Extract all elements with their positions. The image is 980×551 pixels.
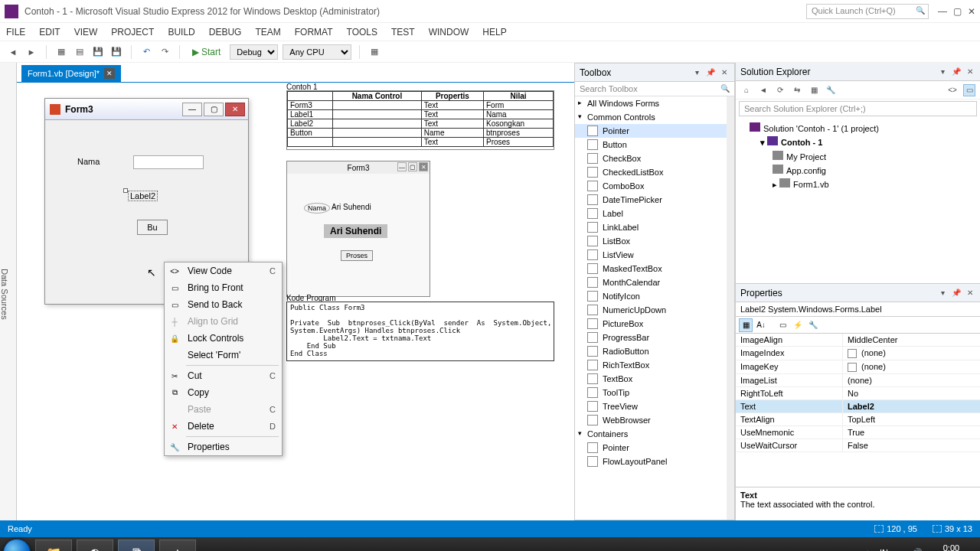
sol-showall-icon[interactable]: ▦: [808, 84, 820, 96]
props-pin-icon[interactable]: 📌: [951, 288, 962, 298]
tray-volume-icon[interactable]: 🔊: [912, 548, 923, 552]
sol-sync-icon[interactable]: ⇆: [791, 84, 803, 96]
toolbox-search-input[interactable]: Search Toolbox: [575, 82, 734, 96]
toolbox-checkbox[interactable]: CheckBox: [575, 152, 734, 165]
start-orb-button[interactable]: [3, 539, 31, 551]
ctx-bring-to-front[interactable]: ▭Bring to Front: [165, 279, 282, 296]
toolbox-close-icon[interactable]: ✕: [719, 67, 730, 78]
menu-team[interactable]: TEAM: [255, 27, 280, 37]
form-maximize-button[interactable]: ▢: [204, 103, 224, 116]
prop-row-imageindex[interactable]: ImageIndex(none): [736, 347, 980, 360]
toolbox-picturebox[interactable]: PictureBox: [575, 317, 734, 331]
maximize-button[interactable]: ▢: [953, 6, 962, 17]
props-dropdown-icon[interactable]: ▾: [937, 288, 948, 298]
toolbox-tooltip[interactable]: ToolTip: [575, 386, 734, 399]
textbox-nama[interactable]: [133, 155, 204, 169]
tray-network-icon[interactable]: ▬: [896, 548, 904, 551]
start-button[interactable]: ▶Start: [188, 47, 225, 57]
prop-row-usemnemonic[interactable]: UseMnemonicTrue: [736, 426, 980, 439]
tray-lang[interactable]: IN: [880, 548, 888, 551]
taskbar-chrome[interactable]: ◐: [77, 540, 113, 551]
selection-handle[interactable]: [123, 188, 128, 193]
proses-button[interactable]: Bu: [137, 220, 168, 235]
taskbar-explorer[interactable]: 📁: [35, 540, 72, 551]
menu-format[interactable]: FORMAT: [295, 27, 333, 37]
toolbox-combobox[interactable]: ComboBox: [575, 179, 734, 193]
menu-help[interactable]: HELP: [482, 27, 506, 37]
solution-tree[interactable]: Solution 'Contoh - 1' (1 project) ▾ Cont…: [736, 118, 980, 283]
prop-row-textalign[interactable]: TextAlignTopLeft: [736, 413, 980, 426]
toolbox-group-containers[interactable]: Containers: [575, 427, 734, 441]
toolbox-pointer[interactable]: Pointer: [575, 124, 734, 138]
solution-item[interactable]: ▸ Form1.vb: [739, 177, 977, 191]
prop-row-imagelist[interactable]: ImageList(none): [736, 374, 980, 387]
nav-fwd-button[interactable]: ►: [24, 45, 38, 59]
toolbox-listview[interactable]: ListView: [575, 248, 734, 262]
ctx-view-code[interactable]: <>View CodeC: [165, 262, 282, 279]
doc-tab-form1[interactable]: Form1.vb [Design]* ✕: [21, 65, 121, 82]
prop-row-usewaitcursor[interactable]: UseWaitCursorFalse: [736, 439, 980, 452]
form-close-button[interactable]: ✕: [225, 103, 245, 116]
menu-file[interactable]: FILE: [6, 27, 25, 37]
properties-grid[interactable]: ImageAlignMiddleCenterImageIndex(none)Im…: [736, 334, 980, 487]
menu-edit[interactable]: EDIT: [39, 27, 60, 37]
ctx-select-form-[interactable]: Select 'Form': [165, 347, 282, 364]
toolbox-listbox[interactable]: ListBox: [575, 234, 734, 248]
sol-home-icon[interactable]: ⌂: [740, 84, 753, 96]
properties-object[interactable]: Label2 System.Windows.Forms.Label: [736, 302, 980, 317]
undo-button[interactable]: ↶: [139, 45, 153, 59]
prop-row-imagekey[interactable]: ImageKey(none): [736, 360, 980, 374]
sol-refresh-icon[interactable]: ⟳: [774, 84, 786, 96]
solution-item[interactable]: My Project: [739, 149, 977, 163]
solution-close-icon[interactable]: ✕: [965, 67, 975, 77]
toolbox-scrollbar[interactable]: [727, 96, 734, 520]
toolbox-label[interactable]: Label: [575, 207, 734, 220]
sol-design-icon[interactable]: ▭: [963, 84, 975, 96]
toolbox-maskedtextbox[interactable]: MaskedTextBox: [575, 262, 734, 276]
prop-row-righttoleft[interactable]: RightToLeftNo: [736, 387, 980, 400]
minimize-button[interactable]: —: [938, 6, 947, 17]
toolbox-monthcalendar[interactable]: MonthCalendar: [575, 276, 734, 289]
toolbox-treeview[interactable]: TreeView: [575, 399, 734, 413]
menu-test[interactable]: TEST: [391, 27, 415, 37]
ctx-send-to-back[interactable]: ▭Send to Back: [165, 296, 282, 313]
toolbox-datetimepicker[interactable]: DateTimePicker: [575, 193, 734, 207]
toolbox-group-allforms[interactable]: All Windows Forms: [575, 96, 734, 110]
prop-row-text[interactable]: TextLabel2: [736, 400, 980, 413]
save-button[interactable]: 💾: [91, 45, 105, 59]
props-categorized-icon[interactable]: ▦: [739, 318, 753, 332]
label-label2[interactable]: Label2: [128, 191, 158, 201]
open-file-button[interactable]: ▤: [73, 45, 87, 59]
close-button[interactable]: ✕: [968, 6, 975, 17]
toolbox-webbrowser[interactable]: WebBrowser: [575, 413, 734, 427]
ctx-lock-controls[interactable]: 🔒Lock Controls: [165, 330, 282, 347]
nav-back-button[interactable]: ◄: [6, 45, 20, 59]
toolbox-progressbar[interactable]: ProgressBar: [575, 331, 734, 344]
menu-debug[interactable]: DEBUG: [209, 27, 242, 37]
menu-window[interactable]: WINDOW: [429, 27, 469, 37]
props-events-icon[interactable]: ⚡: [791, 318, 805, 332]
menu-tools[interactable]: TOOLS: [347, 27, 377, 37]
toolbox-radiobutton[interactable]: RadioButton: [575, 344, 734, 358]
save-all-button[interactable]: 💾: [109, 45, 123, 59]
props-properties-icon[interactable]: ▭: [776, 318, 789, 332]
form-minimize-button[interactable]: —: [182, 103, 202, 116]
props-alpha-icon[interactable]: A↓: [754, 318, 768, 332]
ctx-cut[interactable]: ✂CutC: [165, 367, 282, 384]
sol-props-icon[interactable]: 🔧: [825, 84, 837, 96]
props-close-icon[interactable]: ✕: [965, 288, 975, 298]
sol-back-icon[interactable]: ◄: [757, 84, 769, 96]
tray-time[interactable]: 0:00: [930, 543, 972, 551]
menu-view[interactable]: VIEW: [74, 27, 98, 37]
new-project-button[interactable]: ▦: [54, 45, 68, 59]
toolbox-group-common[interactable]: Common Controls: [575, 110, 734, 124]
sol-code-icon[interactable]: <>: [946, 84, 959, 96]
toolbox-textbox[interactable]: TextBox: [575, 372, 734, 386]
menu-project[interactable]: PROJECT: [111, 27, 154, 37]
config-select[interactable]: Debug: [230, 44, 278, 60]
redo-button[interactable]: ↷: [158, 45, 172, 59]
solution-dropdown-icon[interactable]: ▾: [937, 67, 948, 77]
label-nama[interactable]: Nama: [77, 157, 100, 166]
solution-item[interactable]: App.config: [739, 163, 977, 177]
ctx-copy[interactable]: ⧉Copy: [165, 384, 282, 401]
